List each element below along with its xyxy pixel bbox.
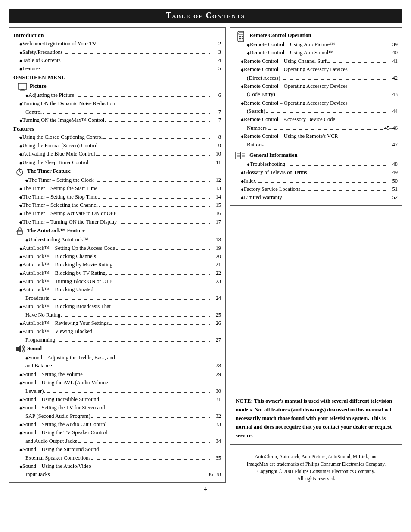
list-item: Factory Service Locations51 [235,185,398,193]
timer-heading-label: The Timer Feature [27,167,71,175]
remote-heading-label: Remote Control Operation [249,31,311,40]
section-remote: Remote Control Operation Remote Control … [235,31,398,149]
list-item: Programming27 [13,336,221,344]
sound-icon [15,344,25,354]
list-item: Sound – Using the TV Speaker Control [13,429,221,437]
picture-icon [18,82,27,91]
list-item: AutoLock™ – Blocking Broadcasts That [13,302,221,311]
list-item: Have No Rating25 [13,311,221,319]
list-item: The Timer – Setting the Clock12 [13,176,221,184]
list-item: AutoLock™ – Blocking by TV Rating22 [13,269,221,277]
list-item: Sound – Setting the Audio Out Control33 [13,420,221,429]
svg-rect-23 [241,152,246,159]
section-onscreen-menu: ONSCREEN MENU Picture Adjusting the Pict… [13,73,221,125]
list-item: Turning ON the ImageMax™ Control7 [13,116,221,124]
page-number: 4 [9,485,402,492]
remote-icon [235,31,247,40]
left-column: Introduction Welcome/Registration of You… [9,27,226,483]
list-item: and Balance28 [13,362,221,370]
remote-icon-heading: Remote Control Operation [235,31,398,40]
list-item: Glossary of Television Terms49 [235,168,398,177]
list-item: (Code Entry)43 [235,90,398,99]
list-item: Sound – Using the Surround Sound [13,445,221,454]
section-heading-features: Features [13,124,221,133]
list-item: Buttons47 [235,141,398,149]
autolock-icon-heading: The AutoLock™ Feature [13,226,221,236]
section-introduction: Introduction Welcome/Registration of You… [13,31,221,73]
autolock-heading-label: The AutoLock™ Feature [27,227,85,235]
list-item: Sound – Using the AVL (Audio Volume [13,379,221,387]
list-item: (Search)44 [235,107,398,115]
list-item: Limited Warranty52 [235,193,398,202]
list-item: Index50 [235,177,398,185]
general-heading-label: General Information [249,151,297,159]
list-item: AutoLock™ – Blocking by Movie Rating21 [13,261,221,269]
right-column: Remote Control Operation Remote Control … [230,27,402,483]
list-item: SAP (Second Audio Program)32 [13,412,221,420]
svg-rect-0 [18,83,27,89]
svg-point-21 [242,40,243,40]
list-item: Broadcasts24 [13,294,221,302]
lock-icon [15,226,25,236]
right-spacer [230,210,402,388]
timer-icon [15,167,25,176]
list-item: AutoLock™ – Reviewing Your Settings26 [13,319,221,327]
list-item: Input Jacks36–38 [13,470,221,479]
svg-point-15 [242,36,243,37]
list-item: Features5 [13,65,221,73]
list-item: Activating the Blue Mute Control10 [13,150,221,158]
list-item: Remote Control – Using the Remote's VCR [235,132,398,140]
list-item: The Timer – Setting the Start Time13 [13,184,221,193]
svg-marker-10 [16,345,21,352]
list-item: AutoLock™ – Blocking Channels20 [13,252,221,261]
list-item: Remote Control – Using Channel Surf41 [235,57,398,65]
sound-icon-heading: Sound [13,344,221,354]
list-item: Troubleshooting48 [235,160,398,168]
svg-point-18 [242,38,243,39]
list-item: Using the Closed Captioning Control8 [13,133,221,141]
general-icon-heading: General Information [235,151,398,160]
note-box: NOTE: This owner's manual is used with s… [230,392,402,445]
right-top-panel: Remote Control Operation Remote Control … [230,27,402,206]
list-item: Remote Control – Using AutoPicture™39 [235,40,398,49]
section-heading-onscreen: ONSCREEN MENU [13,73,221,82]
list-item: (Direct Access)42 [235,74,398,82]
list-item: Remote Control – Operating Accessory Dev… [235,82,398,90]
list-item: Remote Control – Using AutoSound™40 [235,49,398,57]
sound-heading-label: Sound [27,345,42,353]
svg-point-19 [239,40,240,40]
section-general: General Information Troubleshooting48 Gl… [235,151,398,202]
svg-point-14 [240,36,241,37]
list-item: The Timer – Selecting the Channel15 [13,201,221,209]
list-item: Using the Sleep Timer Control11 [13,159,221,167]
trademark-line1: AutoChron, AutoLock, AutoPicture, AutoSo… [230,453,402,460]
list-item: Welcome/Registration of Your TV2 [13,40,221,48]
list-item: Remote Control – Operating Accessory Dev… [235,99,398,107]
list-item: Sound – Using Incredible Surround31 [13,395,221,404]
list-item: Remote Control – Accessory Device Code [235,115,398,124]
svg-point-17 [240,38,241,39]
list-item: Safety/Precautions3 [13,48,221,56]
trademark-line2: ImageMax are trademarks of Philips Consu… [230,460,402,468]
list-item: Turning ON the Dynamic Noise Reduction [13,100,221,108]
list-item: AutoLock™ – Viewing Blocked [13,327,221,336]
svg-rect-2 [20,90,25,91]
list-item: Numbers45–46 [235,124,398,132]
list-item: Leveler)30 [13,387,221,395]
picture-heading-label: Picture [30,82,47,90]
list-item: The Timer – Turning ON the Timer Display… [13,218,221,226]
page-title-bar: Table of Contents [9,9,402,23]
section-heading-intro: Introduction [13,31,221,40]
list-item: Control7 [13,108,221,116]
page-title: Table of Contents [166,11,245,20]
svg-point-16 [239,38,240,39]
list-item: Sound – Setting the TV for Stereo and [13,404,221,412]
list-item: The Timer – Setting the Stop Time14 [13,193,221,201]
svg-rect-12 [239,33,243,35]
svg-rect-8 [17,230,22,234]
svg-rect-1 [21,89,24,90]
svg-point-20 [240,40,241,40]
list-item: Sound – Setting the Volume29 [13,370,221,379]
svg-point-13 [239,36,240,37]
note-text: NOTE: This owner's manual is used with s… [236,397,397,440]
